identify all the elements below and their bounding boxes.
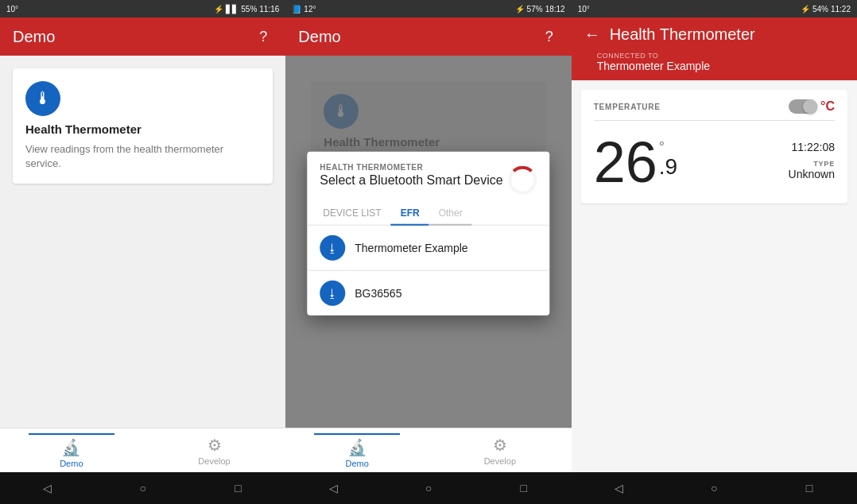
unit-label: °C xyxy=(820,99,835,114)
app-bar-2: Demo ? xyxy=(285,17,571,56)
thermo-icon: 🌡 xyxy=(25,81,60,116)
recent-button-3[interactable]: □ xyxy=(800,479,819,498)
temp-decimal: .9 xyxy=(659,154,677,180)
content-3: TEMPERATURE °C 26 ° .9 xyxy=(572,80,857,472)
temp-indicator-1: 10° xyxy=(6,5,18,14)
bluetooth-dialog: HEALTH THERMOMETER Select a Bluetooth Sm… xyxy=(307,152,549,316)
home-button-2[interactable]: ○ xyxy=(419,479,438,498)
health-thermo-card[interactable]: 🌡 Health Thermometer View readings from … xyxy=(13,68,273,184)
type-label: TYPE xyxy=(789,160,835,168)
app-title-3: Health Thermometer xyxy=(610,25,844,44)
status-bar-1: 10° ⚡ ▋▋ 55% 11:16 xyxy=(0,0,285,17)
dialog-header: HEALTH THERMOMETER Select a Bluetooth Sm… xyxy=(307,152,549,201)
nav-develop-label-2: Develop xyxy=(484,456,516,466)
status-bar-2: 📘 12° ⚡ 57% 18:12 xyxy=(285,0,571,17)
system-bar-2: ◁ ○ □ xyxy=(285,472,571,504)
nav-demo-2[interactable]: 🔬 Demo xyxy=(285,428,428,472)
app-bar-3: ← Health Thermometer CONNECTED TO Thermo… xyxy=(572,17,857,80)
temp-main: 26 xyxy=(594,134,657,191)
dialog-title: Select a Bluetooth Smart Device xyxy=(320,173,502,188)
unit-toggle[interactable]: °C xyxy=(789,99,835,114)
connected-device: Thermometer Example xyxy=(597,60,832,72)
toggle-track xyxy=(789,99,817,114)
bt-icon-3: ⚡ xyxy=(801,5,810,14)
toggle-thumb xyxy=(803,99,817,114)
dialog-tabs: DEVICE LIST EFR Other xyxy=(307,201,549,226)
back-button-1[interactable]: ◁ xyxy=(38,479,57,498)
flask-icon-1: 🔬 xyxy=(61,438,81,457)
connected-banner: CONNECTED TO Thermometer Example xyxy=(584,48,844,80)
temp-3: 10° xyxy=(578,5,590,14)
device-thermo-example[interactable]: ⭳ Thermometer Example xyxy=(307,226,549,270)
card-desc-1: View readings from the health thermomete… xyxy=(25,142,260,171)
system-bar-3: ◁ ○ □ xyxy=(572,472,857,504)
signal-icon-1: ▋▋ xyxy=(226,5,238,14)
nav-demo-label-1: Demo xyxy=(60,459,83,468)
tab-efr[interactable]: EFR xyxy=(391,201,429,225)
type-value: Unknown xyxy=(789,168,835,180)
nav-develop-2[interactable]: ⚙ Develop xyxy=(428,428,572,472)
back-button-2[interactable]: ◁ xyxy=(324,479,343,498)
gear-icon-2: ⚙ xyxy=(493,436,507,455)
screen2: 📘 12° ⚡ 57% 18:12 Demo ? 🌡 Health Thermo… xyxy=(285,0,571,504)
back-arrow-3[interactable]: ← xyxy=(584,25,600,44)
time-2: 18:12 xyxy=(545,5,565,14)
bottom-nav-1: 🔬 Demo ⚙ Develop xyxy=(0,428,285,472)
device-bg36565[interactable]: ⭳ BG36565 xyxy=(307,271,549,316)
temp-reading-row: 26 ° .9 11:22:08 TYPE Unknown xyxy=(594,127,835,194)
back-button-3[interactable]: ◁ xyxy=(610,479,629,498)
screen3: 10° ⚡ 54% 11:22 ← Health Thermometer CON… xyxy=(572,0,857,504)
tab-device-list[interactable]: DEVICE LIST xyxy=(313,201,390,225)
recent-button-1[interactable]: □ xyxy=(228,479,247,498)
bt-icon-bg: ⭳ xyxy=(320,281,345,306)
dialog-subtitle: HEALTH THERMOMETER xyxy=(320,163,502,172)
content-1: 🌡 Health Thermometer View readings from … xyxy=(0,56,285,428)
loading-spinner xyxy=(509,166,537,195)
bt-icon-1: ⚡ xyxy=(214,5,223,14)
card-title-1: Health Thermometer xyxy=(25,122,260,136)
time-3: 11:22 xyxy=(831,5,851,14)
temp-display: 26 ° .9 xyxy=(594,127,677,194)
temp-degree-symbol: ° xyxy=(659,140,677,154)
recent-button-2[interactable]: □ xyxy=(514,479,533,498)
app-title-2: Demo xyxy=(298,28,539,46)
help-button-2[interactable]: ? xyxy=(540,27,559,46)
battery-3: 54% xyxy=(812,5,828,14)
readings-card: TEMPERATURE °C 26 ° .9 xyxy=(581,90,847,204)
flask-icon-2: 🔬 xyxy=(347,438,367,457)
nav-demo-1[interactable]: 🔬 Demo xyxy=(0,428,143,472)
nav-develop-label-1: Develop xyxy=(198,456,230,466)
content-2: 🌡 Health Thermometer View readings from … xyxy=(285,56,571,428)
gear-icon-1: ⚙ xyxy=(207,436,222,455)
nav-demo-label-2: Demo xyxy=(345,459,368,468)
connected-label: CONNECTED TO xyxy=(597,52,832,60)
battery-2: 57% xyxy=(527,5,543,14)
temp-2: 12° xyxy=(304,5,316,14)
bottom-nav-2: 🔬 Demo ⚙ Develop xyxy=(285,428,571,472)
screen1: 10° ⚡ ▋▋ 55% 11:16 Demo ? 🌡 Health Therm… xyxy=(0,0,285,504)
bt-icon-thermo: ⭳ xyxy=(320,235,345,261)
temp-label: TEMPERATURE xyxy=(594,103,661,111)
time-1: 11:16 xyxy=(259,5,279,14)
home-button-1[interactable]: ○ xyxy=(134,479,153,498)
home-button-3[interactable]: ○ xyxy=(704,479,723,498)
fb-icon: 📘 xyxy=(292,5,301,14)
status-bar-3: 10° ⚡ 54% 11:22 xyxy=(572,0,857,17)
battery-1: 55% xyxy=(241,5,257,14)
bt-icon-2: ⚡ xyxy=(515,5,525,14)
app-bar-1: Demo ? xyxy=(0,17,285,56)
device-name-bg: BG36565 xyxy=(355,287,401,300)
reading-time: 11:22:08 xyxy=(789,141,835,153)
tab-other[interactable]: Other xyxy=(429,201,472,225)
nav-develop-1[interactable]: ⚙ Develop xyxy=(143,428,286,472)
reading-meta: 11:22:08 TYPE Unknown xyxy=(789,141,835,180)
system-bar-1: ◁ ○ □ xyxy=(0,472,285,504)
app-title-1: Demo xyxy=(13,28,254,46)
device-name-thermo: Thermometer Example xyxy=(355,242,467,254)
help-button-1[interactable]: ? xyxy=(254,27,273,46)
temp-label-row: TEMPERATURE °C xyxy=(594,99,835,114)
